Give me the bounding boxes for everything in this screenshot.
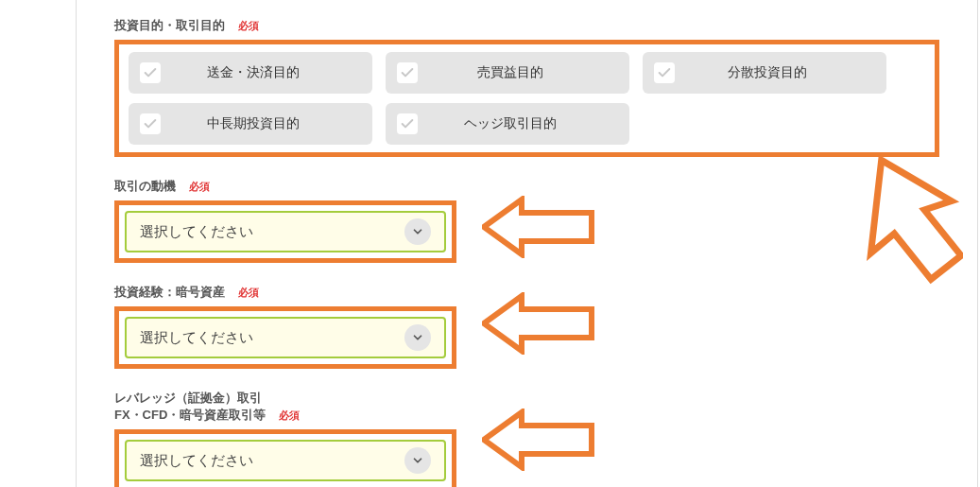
purpose-checkbox-label: 分散投資目的 — [688, 64, 875, 81]
leverage-section-text-line1: レバレッジ（証拠金）取引 — [114, 391, 262, 405]
purpose-checkbox-grid: 送金・決済目的売買益目的分散投資目的中長期投資目的ヘッジ取引目的 — [129, 52, 925, 145]
required-badge: 必須 — [189, 181, 210, 192]
purpose-checkbox-label: 売買益目的 — [431, 64, 618, 81]
checkbox-icon — [140, 62, 161, 83]
experience-crypto-group: 投資経験：暗号資産 必須 選択してください — [114, 284, 939, 369]
purpose-checkbox-cap-gain[interactable]: 売買益目的 — [386, 52, 629, 94]
required-badge: 必須 — [238, 20, 259, 31]
checkbox-icon — [397, 113, 418, 134]
purpose-checkbox-diversify[interactable]: 分散投資目的 — [643, 52, 886, 94]
motivation-highlight-box: 選択してください — [114, 200, 456, 263]
leverage-select[interactable]: 選択してください — [125, 440, 446, 481]
experience-crypto-select[interactable]: 選択してください — [125, 317, 446, 358]
chevron-down-icon — [404, 218, 431, 245]
leverage-select-value: 選択してください — [140, 452, 404, 470]
experience-crypto-section-text: 投資経験：暗号資産 — [114, 285, 225, 299]
motivation-select-value: 選択してください — [140, 223, 404, 241]
purpose-checkbox-long-term[interactable]: 中長期投資目的 — [129, 103, 372, 145]
leverage-section-text-line2: FX・CFD・暗号資産取引等 — [114, 408, 266, 422]
motivation-section-text: 取引の動機 — [114, 179, 176, 193]
purpose-highlight-box: 送金・決済目的売買益目的分散投資目的中長期投資目的ヘッジ取引目的 — [114, 40, 939, 157]
checkbox-icon — [654, 62, 675, 83]
chevron-down-icon — [404, 447, 431, 474]
purpose-checkbox-label: 中長期投資目的 — [174, 115, 361, 132]
purpose-checkbox-label: 送金・決済目的 — [174, 64, 361, 81]
purpose-checkbox-label: ヘッジ取引目的 — [431, 115, 618, 132]
leverage-group: レバレッジ（証拠金）取引 FX・CFD・暗号資産取引等 必須 選択してください — [114, 390, 939, 487]
motivation-section-label: 取引の動機 必須 — [114, 178, 939, 195]
checkbox-icon — [397, 62, 418, 83]
purpose-checkbox-remittance[interactable]: 送金・決済目的 — [129, 52, 372, 94]
experience-crypto-section-label: 投資経験：暗号資産 必須 — [114, 284, 939, 301]
experience-crypto-select-value: 選択してください — [140, 329, 404, 347]
experience-crypto-highlight-box: 選択してください — [114, 306, 456, 369]
required-badge: 必須 — [238, 287, 259, 298]
checkbox-icon — [140, 113, 161, 134]
leverage-section-label: レバレッジ（証拠金）取引 FX・CFD・暗号資産取引等 必須 — [114, 390, 939, 424]
purpose-section-text: 投資目的・取引目的 — [114, 18, 225, 32]
chevron-down-icon — [404, 324, 431, 351]
motivation-group: 取引の動機 必須 選択してください — [114, 178, 939, 263]
form-panel: 投資目的・取引目的 必須 送金・決済目的売買益目的分散投資目的中長期投資目的ヘッ… — [76, 0, 978, 487]
purpose-checkbox-hedge[interactable]: ヘッジ取引目的 — [386, 103, 629, 145]
motivation-select[interactable]: 選択してください — [125, 211, 446, 252]
leverage-highlight-box: 選択してください — [114, 429, 456, 487]
purpose-section-label: 投資目的・取引目的 必須 — [114, 17, 939, 34]
required-badge: 必須 — [279, 409, 300, 421]
